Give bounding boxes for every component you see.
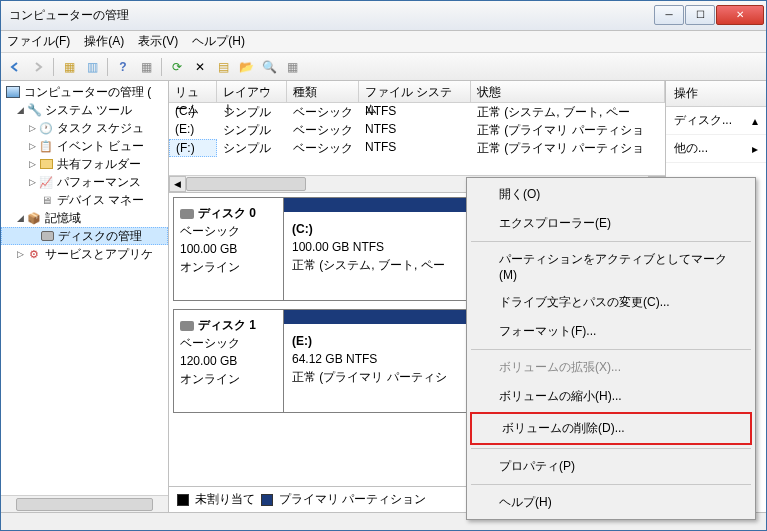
menu-action[interactable]: 操作(A) bbox=[84, 33, 124, 50]
refresh-button[interactable]: ▦ bbox=[136, 57, 156, 77]
col-filesystem[interactable]: ファイル システム bbox=[359, 81, 471, 102]
tree-label: デバイス マネー bbox=[57, 192, 144, 209]
legend-primary-label: プライマリ パーティション bbox=[279, 491, 426, 508]
col-status[interactable]: 状態 bbox=[471, 81, 665, 102]
expand-toggle[interactable]: ▷ bbox=[15, 249, 26, 259]
toolbar: ▦ ▥ ? ▦ ⟳ ✕ ▤ 📂 🔍 ▦ bbox=[1, 53, 766, 81]
legend-unallocated-label: 未割り当て bbox=[195, 491, 255, 508]
ctx-help[interactable]: ヘルプ(H) bbox=[469, 488, 753, 517]
properties-button[interactable]: ▥ bbox=[82, 57, 102, 77]
tree-systools[interactable]: ◢🔧システム ツール bbox=[1, 101, 168, 119]
tree-scheduler[interactable]: ▷🕐タスク スケジュ bbox=[1, 119, 168, 137]
ctx-shrink-volume[interactable]: ボリュームの縮小(H)... bbox=[469, 382, 753, 411]
action-refresh-icon[interactable]: ⟳ bbox=[167, 57, 187, 77]
actions-other[interactable]: 他の...▸ bbox=[666, 135, 766, 163]
disk-icon bbox=[180, 321, 194, 331]
tree-label: システム ツール bbox=[45, 102, 132, 119]
tree-label: 共有フォルダー bbox=[57, 156, 141, 173]
tree-scrollbar[interactable] bbox=[1, 495, 168, 512]
actions-header: 操作 bbox=[666, 81, 766, 107]
tree-diskmgr[interactable]: ディスクの管理 bbox=[1, 227, 168, 245]
collapse-toggle[interactable]: ◢ bbox=[15, 105, 26, 115]
ctx-properties[interactable]: プロパティ(P) bbox=[469, 452, 753, 481]
action-props-icon[interactable]: ▤ bbox=[213, 57, 233, 77]
legend-primary-swatch bbox=[261, 494, 273, 506]
tree-label: 記憶域 bbox=[45, 210, 81, 227]
expand-icon: ▸ bbox=[752, 142, 758, 156]
tree-services[interactable]: ▷⚙サービスとアプリケ bbox=[1, 245, 168, 263]
menu-help[interactable]: ヘルプ(H) bbox=[192, 33, 245, 50]
tree-root[interactable]: コンピューターの管理 ( bbox=[1, 83, 168, 101]
tree-performance[interactable]: ▷📈パフォーマンス bbox=[1, 173, 168, 191]
collapse-icon: ▴ bbox=[752, 114, 758, 128]
close-button[interactable]: ✕ bbox=[716, 5, 764, 25]
forward-button bbox=[28, 57, 48, 77]
help-button[interactable]: ? bbox=[113, 57, 133, 77]
back-button[interactable] bbox=[5, 57, 25, 77]
ctx-extend-volume: ボリュームの拡張(X)... bbox=[469, 353, 753, 382]
volume-row[interactable]: (E:) シンプル ベーシック NTFS 正常 (プライマリ パーティショ bbox=[169, 121, 665, 139]
tree-label: イベント ビュー bbox=[57, 138, 144, 155]
tree-label: サービスとアプリケ bbox=[45, 246, 153, 263]
tree-eventviewer[interactable]: ▷📋イベント ビュー bbox=[1, 137, 168, 155]
context-menu: 開く(O) エクスプローラー(E) パーティションをアクティブとしてマーク(M)… bbox=[466, 177, 756, 520]
menu-file[interactable]: ファイル(F) bbox=[7, 33, 70, 50]
tree-label: ディスクの管理 bbox=[58, 228, 142, 245]
action-delete-icon[interactable]: ✕ bbox=[190, 57, 210, 77]
ctx-open[interactable]: 開く(O) bbox=[469, 180, 753, 209]
collapse-toggle[interactable]: ◢ bbox=[15, 213, 26, 223]
action-settings-icon[interactable]: ▦ bbox=[282, 57, 302, 77]
titlebar[interactable]: コンピューターの管理 ─ ☐ ✕ bbox=[1, 1, 766, 31]
tree-label: タスク スケジュ bbox=[57, 120, 144, 137]
ctx-change-drive-letter[interactable]: ドライブ文字とパスの変更(C)... bbox=[469, 288, 753, 317]
maximize-button[interactable]: ☐ bbox=[685, 5, 715, 25]
ctx-delete-volume[interactable]: ボリュームの削除(D)... bbox=[472, 414, 750, 443]
disk-info: ディスク 0 ベーシック 100.00 GB オンライン bbox=[174, 198, 284, 300]
expand-toggle[interactable]: ▷ bbox=[27, 141, 38, 151]
show-hide-button[interactable]: ▦ bbox=[59, 57, 79, 77]
col-type[interactable]: 種類 bbox=[287, 81, 359, 102]
legend-unallocated-swatch bbox=[177, 494, 189, 506]
actions-disk[interactable]: ディスク...▴ bbox=[666, 107, 766, 135]
action-open-icon[interactable]: 📂 bbox=[236, 57, 256, 77]
volume-row[interactable]: (C:) シンプル ベーシック NTFS 正常 (システム, ブート, ペー bbox=[169, 103, 665, 121]
ctx-format[interactable]: フォーマット(F)... bbox=[469, 317, 753, 346]
expand-toggle[interactable]: ▷ bbox=[27, 159, 38, 169]
volume-row[interactable]: (F:) シンプル ベーシック NTFS 正常 (プライマリ パーティショ bbox=[169, 139, 665, 157]
navigation-tree[interactable]: コンピューターの管理 ( ◢🔧システム ツール ▷🕐タスク スケジュ ▷📋イベン… bbox=[1, 81, 169, 512]
col-volume[interactable]: リューム bbox=[169, 81, 217, 102]
disk-icon bbox=[180, 209, 194, 219]
ctx-mark-active[interactable]: パーティションをアクティブとしてマーク(M) bbox=[469, 245, 753, 288]
menu-view[interactable]: 表示(V) bbox=[138, 33, 178, 50]
window-title: コンピューターの管理 bbox=[9, 7, 653, 24]
menubar: ファイル(F) 操作(A) 表示(V) ヘルプ(H) bbox=[1, 31, 766, 53]
minimize-button[interactable]: ─ bbox=[654, 5, 684, 25]
tree-devicemgr[interactable]: 🖥デバイス マネー bbox=[1, 191, 168, 209]
expand-toggle[interactable]: ▷ bbox=[27, 123, 38, 133]
action-find-icon[interactable]: 🔍 bbox=[259, 57, 279, 77]
tree-label: コンピューターの管理 ( bbox=[24, 84, 151, 101]
tree-label: パフォーマンス bbox=[57, 174, 141, 191]
col-layout[interactable]: レイアウト bbox=[217, 81, 287, 102]
tree-sharedfolders[interactable]: ▷共有フォルダー bbox=[1, 155, 168, 173]
tree-storage[interactable]: ◢📦記憶域 bbox=[1, 209, 168, 227]
expand-toggle[interactable]: ▷ bbox=[27, 177, 38, 187]
computer-management-window: コンピューターの管理 ─ ☐ ✕ ファイル(F) 操作(A) 表示(V) ヘルプ… bbox=[0, 0, 767, 531]
disk-info: ディスク 1 ベーシック 120.00 GB オンライン bbox=[174, 310, 284, 412]
ctx-explorer[interactable]: エクスプローラー(E) bbox=[469, 209, 753, 238]
